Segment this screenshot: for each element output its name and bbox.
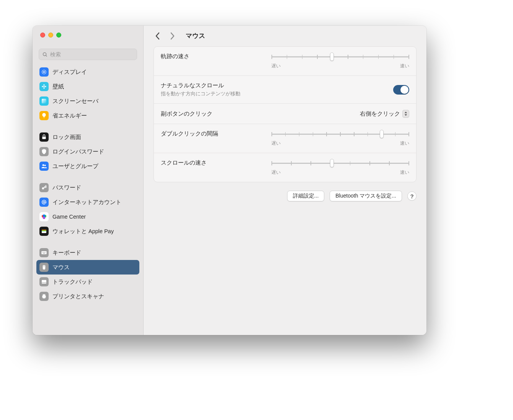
slider-max-label: 速い xyxy=(400,140,409,147)
back-button[interactable] xyxy=(154,32,162,40)
sidebar-item-screensaver[interactable]: スクリーンセーバ xyxy=(36,94,139,108)
slider-min-label: 遅い xyxy=(271,169,281,176)
tracking-speed-label: 軌跡の速さ xyxy=(161,53,190,60)
sidebar-item-label: プリンタとスキャナ xyxy=(52,293,104,300)
svg-rect-28 xyxy=(42,230,46,231)
bluetooth-mouse-button[interactable]: Bluetooth マウスを設定... xyxy=(330,191,402,201)
at-icon xyxy=(39,198,49,207)
advanced-settings-button[interactable]: 詳細設定... xyxy=(287,191,325,201)
sidebar-item-passwords[interactable]: パスワード xyxy=(36,180,139,195)
sidebar-item-users[interactable]: ユーザとグループ xyxy=(36,159,139,173)
svg-line-9 xyxy=(42,73,42,74)
secondary-click-value: 右側をクリック xyxy=(360,110,400,118)
zoom-window-button[interactable] xyxy=(56,33,61,38)
slider-min-label: 遅い xyxy=(271,140,281,147)
close-window-button[interactable] xyxy=(40,33,45,38)
svg-point-11 xyxy=(43,86,44,87)
toggle-knob xyxy=(400,86,408,94)
svg-rect-27 xyxy=(42,230,46,230)
sidebar-item-trackpad[interactable]: トラックパッド xyxy=(36,275,139,289)
svg-rect-34 xyxy=(43,253,46,253)
lock-icon xyxy=(39,132,49,142)
sidebar-item-label: インターネットアカウント xyxy=(52,199,121,206)
content-header: マウス xyxy=(144,26,426,46)
slider-min-label: 遅い xyxy=(271,63,281,69)
sidebar-item-energy[interactable]: 省エネルギー xyxy=(36,108,139,123)
sidebar-item-label: スクリーンセーバ xyxy=(52,98,98,105)
sidebar-item-label: トラックパッド xyxy=(52,278,93,286)
sidebar-item-gamecenter[interactable]: Game Center xyxy=(36,209,139,224)
svg-rect-31 xyxy=(43,252,44,252)
search-field[interactable] xyxy=(39,49,137,60)
sidebar-item-label: マウス xyxy=(52,264,70,271)
sidebar-item-label: ユーザとグループ xyxy=(52,163,98,170)
updown-arrows-icon xyxy=(402,110,409,118)
svg-rect-17 xyxy=(42,137,46,139)
svg-line-10 xyxy=(45,70,46,70)
wallet-icon xyxy=(39,227,49,236)
window-controls xyxy=(33,26,143,42)
printer-icon xyxy=(39,292,49,301)
svg-point-12 xyxy=(43,84,44,85)
sidebar-item-label: ウォレットと Apple Pay xyxy=(52,228,114,235)
content: マウス 軌跡の速さ 遅い 速い xyxy=(144,26,426,335)
svg-point-18 xyxy=(42,164,44,166)
svg-point-25 xyxy=(43,214,46,217)
brightness-icon xyxy=(39,67,49,77)
settings-window: ディスプレイ壁紙スクリーンセーバ省エネルギーロック画面ログインパスワードユーザと… xyxy=(33,26,426,335)
sidebar-item-label: キーボード xyxy=(52,249,81,257)
double-click-slider[interactable]: 遅い 速い xyxy=(271,130,409,147)
sidebar-item-wallet[interactable]: ウォレットと Apple Pay xyxy=(36,224,139,239)
secondary-click-row: 副ボタンのクリック 右側をクリック xyxy=(154,104,416,124)
shield-icon xyxy=(39,147,49,156)
sidebar-item-internet-accounts[interactable]: インターネットアカウント xyxy=(36,195,139,209)
sidebar-item-label: Game Center xyxy=(52,214,86,220)
bulb-icon xyxy=(39,111,49,120)
sidebar-item-label: パスワード xyxy=(52,184,81,191)
double-click-row: ダブルクリックの間隔 遅い 速い xyxy=(154,124,416,153)
trackpad-icon xyxy=(39,277,49,286)
mouse-icon xyxy=(39,263,49,272)
scroll-speed-row: スクロールの速さ 遅い 速い xyxy=(154,153,416,182)
gamecenter-icon xyxy=(39,212,49,221)
slider-max-label: 速い xyxy=(400,63,409,69)
sidebar-item-loginpassword[interactable]: ログインパスワード xyxy=(36,144,139,159)
minimize-window-button[interactable] xyxy=(48,33,53,38)
svg-point-0 xyxy=(43,52,46,56)
page-title: マウス xyxy=(186,32,205,40)
svg-point-13 xyxy=(43,87,44,88)
sidebar-item-display[interactable]: ディスプレイ xyxy=(36,65,139,79)
tracking-speed-slider[interactable]: 遅い 速い xyxy=(271,53,409,69)
forward-button[interactable] xyxy=(168,32,176,40)
svg-marker-42 xyxy=(405,112,407,113)
svg-marker-43 xyxy=(405,114,407,116)
users-icon xyxy=(39,162,49,171)
secondary-click-select[interactable]: 右側をクリック xyxy=(360,110,409,118)
help-button[interactable]: ? xyxy=(407,191,417,201)
secondary-click-label: 副ボタンのクリック xyxy=(161,110,212,118)
scroll-speed-slider[interactable]: 遅い 速い xyxy=(271,159,409,176)
svg-rect-40 xyxy=(43,294,46,296)
footer: 詳細設定... Bluetooth マウスを設定... ? xyxy=(154,191,417,201)
svg-line-7 xyxy=(42,70,42,70)
svg-rect-32 xyxy=(44,252,45,252)
natural-scroll-sublabel: 指を動かす方向にコンテンツが移動 xyxy=(161,91,240,97)
svg-point-21 xyxy=(43,201,45,203)
key-icon xyxy=(39,183,49,192)
flower-icon xyxy=(39,82,49,91)
slider-max-label: 速い xyxy=(400,169,409,176)
sidebar: ディスプレイ壁紙スクリーンセーバ省エネルギーロック画面ログインパスワードユーザと… xyxy=(33,26,144,335)
sidebar-item-keyboard[interactable]: キーボード xyxy=(36,245,139,260)
sidebar-item-lockscreen[interactable]: ロック画面 xyxy=(36,130,139,144)
svg-point-2 xyxy=(43,71,45,73)
sidebar-item-mouse[interactable]: マウス xyxy=(36,260,139,275)
natural-scroll-row: ナチュラルなスクロール 指を動かす方向にコンテンツが移動 xyxy=(154,76,416,104)
tracking-speed-row: 軌跡の速さ 遅い 速い xyxy=(154,47,416,76)
sidebar-item-printers[interactable]: プリンタとスキャナ xyxy=(36,289,139,304)
sidebar-item-wallpaper[interactable]: 壁紙 xyxy=(36,79,139,94)
svg-rect-30 xyxy=(42,252,42,252)
search-input[interactable] xyxy=(50,51,134,57)
sidebar-item-label: 壁紙 xyxy=(52,83,64,90)
natural-scroll-toggle[interactable] xyxy=(393,85,409,95)
sidebar-item-label: 省エネルギー xyxy=(52,112,87,119)
